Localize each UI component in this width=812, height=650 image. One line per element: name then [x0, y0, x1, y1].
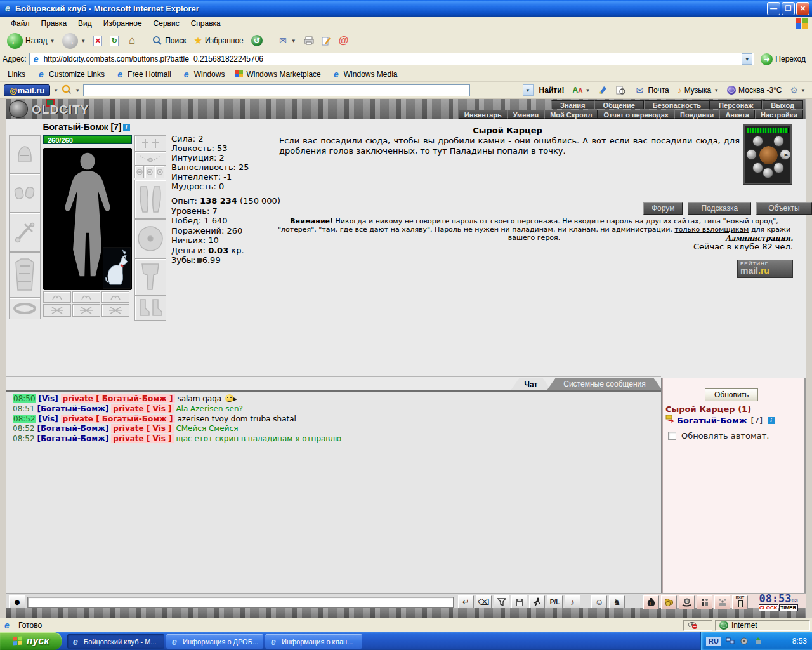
equip-slot-armor[interactable] — [9, 252, 41, 298]
clear-button[interactable]: ⌫ — [476, 595, 492, 609]
widget-slot[interactable] — [752, 136, 763, 147]
menu-help[interactable]: Справка — [185, 18, 226, 29]
mailru-find-button[interactable]: Найти! — [537, 86, 567, 95]
actions-button[interactable] — [529, 595, 545, 609]
exit-button[interactable]: EXIT — [732, 595, 748, 609]
message-sender[interactable]: [Vis] — [38, 415, 58, 423]
money-button[interactable]: i — [643, 595, 659, 609]
mailru-music-button[interactable]: ♪Музыка▼ — [675, 85, 721, 95]
pet-slot[interactable] — [103, 247, 131, 289]
nav-inventory[interactable]: Инвентарь — [459, 110, 508, 119]
home-button[interactable]: ⌂ — [123, 34, 141, 48]
equip-slot-charm-1[interactable] — [43, 291, 71, 303]
equip-slot-rune-2[interactable] — [72, 304, 100, 317]
widget-slot[interactable] — [746, 149, 757, 160]
equip-slot-shield[interactable] — [134, 219, 166, 258]
private-tag[interactable]: private [ Богатый-Бомж ] — [61, 394, 175, 403]
nav-exit[interactable]: Выход — [762, 100, 803, 109]
taskbar-clock[interactable]: 8:53 — [792, 637, 807, 646]
equip-slot-boots[interactable] — [134, 295, 166, 321]
character-figure[interactable] — [43, 148, 132, 290]
group-button[interactable] — [714, 595, 730, 609]
menu-view[interactable]: Вид — [72, 18, 98, 29]
equip-slot-weapon[interactable] — [9, 213, 41, 252]
equip-slot-ring-3[interactable] — [155, 166, 164, 178]
equip-slot-crosses[interactable] — [134, 135, 166, 152]
message-sender[interactable]: [Богатый-Бомж] — [37, 424, 108, 433]
equip-slot-charm-3[interactable] — [102, 291, 129, 303]
nav-chat[interactable]: Общение — [594, 100, 644, 109]
mailru-logo-dropdown[interactable]: ▼ — [53, 88, 58, 93]
messenger-button[interactable]: @ — [336, 34, 352, 48]
send-button[interactable]: ↵ — [458, 595, 474, 609]
message-sender[interactable]: [Богатый-Бомж] — [37, 434, 108, 443]
link-windows[interactable]: eWindows — [177, 69, 230, 80]
menu-tools[interactable]: Сервис — [148, 18, 185, 29]
font-size-button[interactable]: AA▼ — [570, 86, 593, 95]
widget-slot[interactable] — [763, 168, 773, 178]
refresh-button[interactable]: ↻ — [107, 34, 122, 48]
private-tag[interactable]: private [ Vis ] — [111, 434, 173, 443]
mailru-search-input[interactable] — [83, 84, 470, 96]
language-indicator[interactable]: RU — [706, 637, 721, 646]
widget-arrow-button[interactable]: ▶ — [782, 150, 790, 159]
equip-slot-gloves[interactable] — [134, 180, 166, 219]
private-log-button[interactable]: P/L — [547, 595, 563, 609]
nav-security[interactable]: Безопасность — [644, 100, 710, 109]
volume-tray-icon[interactable] — [740, 637, 749, 646]
auto-refresh-checkbox[interactable] — [668, 432, 676, 440]
taskbar-window-1[interactable]: e Бойцовский клуб - M... — [67, 634, 164, 649]
speak-button[interactable]: ☻ — [9, 595, 25, 609]
page-zoom-button[interactable] — [613, 86, 628, 95]
message-sender[interactable]: [Богатый-Бомж] — [37, 404, 108, 413]
mailru-settings-button[interactable]: ⚙▼ — [788, 85, 808, 95]
go-button[interactable]: ➜ Переход — [757, 53, 809, 65]
objects-button[interactable]: Объекты — [756, 202, 812, 215]
equip-slot-charm-2[interactable] — [72, 291, 100, 303]
equip-slot-necklace[interactable] — [134, 152, 166, 166]
close-button[interactable]: ✕ — [796, 2, 809, 15]
gold-button[interactable] — [661, 595, 677, 609]
timer-mode-button[interactable]: TIMER — [779, 604, 799, 611]
forum-button[interactable]: Форум — [643, 202, 683, 215]
print-button[interactable] — [301, 35, 317, 46]
mailru-weather-button[interactable]: Москва -3°C — [724, 86, 784, 95]
player-info-icon[interactable]: i — [768, 417, 775, 424]
mailru-search-dropdown[interactable]: ▼ — [523, 84, 534, 96]
update-tray-icon[interactable] — [754, 637, 763, 646]
start-button[interactable]: пуск — [0, 632, 62, 650]
menu-favorites[interactable]: Избранное — [98, 18, 148, 29]
message-sender[interactable]: [Vis] — [38, 394, 58, 403]
menu-edit[interactable]: Правка — [36, 18, 73, 29]
nav-settings[interactable]: Настройки — [755, 110, 803, 119]
minimize-button[interactable]: — — [767, 2, 780, 15]
nav-transfers[interactable]: Отчет о переводах — [598, 110, 674, 119]
transfer-button[interactable]: 5 — [679, 595, 695, 609]
link-customize[interactable]: eCustomize Links — [32, 69, 109, 80]
mailru-mail-button[interactable]: ✉Почта — [631, 84, 671, 96]
nav-character[interactable]: Персонаж — [710, 100, 762, 109]
chat-message-input[interactable] — [27, 597, 454, 608]
private-tag[interactable]: private [ Vis ] — [111, 404, 173, 413]
nav-skills[interactable]: Умения — [508, 110, 544, 119]
equip-slot-pants[interactable] — [134, 258, 166, 295]
duel-button[interactable] — [697, 595, 712, 609]
nav-scroll[interactable]: Мой Скролл — [544, 110, 598, 119]
equip-slot-ring-2[interactable] — [145, 166, 154, 178]
highlight-button[interactable] — [596, 86, 610, 95]
equip-slot-rune-3[interactable] — [102, 304, 129, 317]
link-marketplace[interactable]: Windows Marketplace — [230, 69, 325, 79]
widget-slot[interactable] — [752, 162, 763, 173]
equip-slot-bracers[interactable] — [9, 173, 41, 213]
character-name[interactable]: Богатый-Бомж — [43, 122, 108, 132]
restore-button[interactable]: ❐ — [782, 2, 795, 15]
widget-slot[interactable] — [773, 162, 784, 173]
mailru-search-icon[interactable] — [62, 84, 72, 96]
widget-slot[interactable] — [773, 136, 784, 147]
sound-button[interactable]: ♪ — [565, 595, 580, 609]
nav-profile[interactable]: Анкета — [719, 110, 755, 119]
widget-center-image[interactable] — [759, 145, 778, 165]
character-info-icon[interactable]: i — [123, 124, 130, 131]
taskbar-window-3[interactable]: e Информация о клан... — [265, 634, 362, 649]
clock-mode-button[interactable]: CLOCK — [759, 604, 778, 611]
